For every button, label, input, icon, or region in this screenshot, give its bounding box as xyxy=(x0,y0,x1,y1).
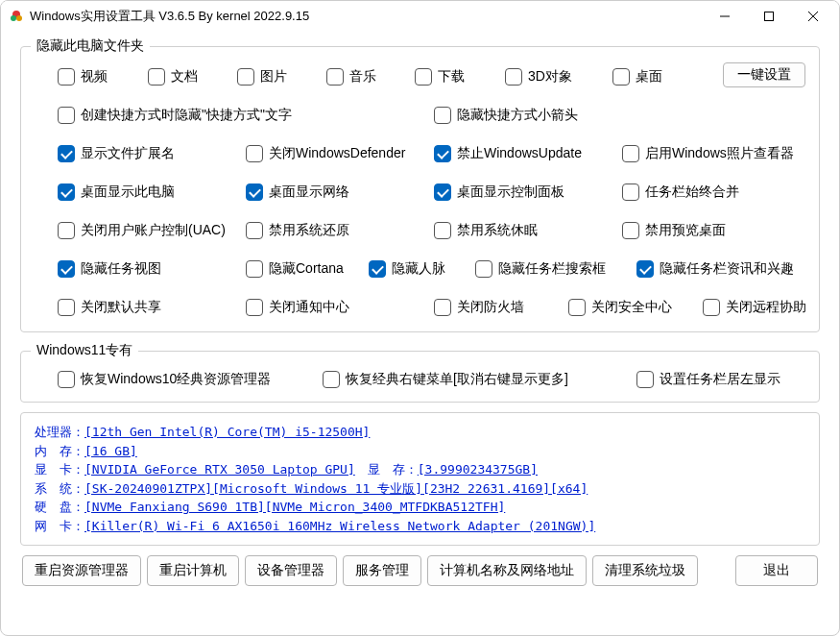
minimize-icon xyxy=(720,12,730,21)
cb-restore-win10-explorer-label: 恢复Windows10经典资源管理器 xyxy=(81,371,271,388)
info-gpu-value: [NVIDIA GeForce RTX 3050 Laptop GPU] xyxy=(84,462,355,477)
cb-taskbar-left-align-label: 设置任务栏居左显示 xyxy=(660,371,780,388)
svg-point-1 xyxy=(11,15,16,21)
info-gpu-label: 显 卡： xyxy=(35,462,84,477)
cb-close-remote-assist-label: 关闭远程协助 xyxy=(726,299,806,316)
cb-hide-shortcut-arrow-label: 隐藏快捷方式小箭头 xyxy=(457,107,578,124)
cb-restore-win10-explorer[interactable]: 恢复Windows10经典资源管理器 xyxy=(58,369,271,390)
cb-hide-shortcut-text-label: 创建快捷方式时隐藏"快捷方式"文字 xyxy=(81,107,292,124)
cb-disable-preview-desktop[interactable]: 禁用预览桌面 xyxy=(622,220,726,241)
bottom-button-bar: 重启资源管理器 重启计算机 设备管理器 服务管理 计算机名称及网络地址 清理系统… xyxy=(20,555,820,586)
group1-legend: 隐藏此电脑文件夹 xyxy=(31,37,150,55)
cb-desktop-thispc[interactable]: 桌面显示此电脑 xyxy=(58,182,175,203)
info-cpu-value: [12th Gen Intel(R) Core(TM) i5-12500H] xyxy=(84,425,370,439)
cb-close-notification-center[interactable]: 关闭通知中心 xyxy=(246,297,349,318)
cb-disable-hibernate[interactable]: 禁用系统休眠 xyxy=(434,220,538,241)
exit-button[interactable]: 退出 xyxy=(735,555,818,586)
cb-show-ext[interactable]: 显示文件扩展名 xyxy=(58,143,175,164)
cb-close-security-center-label: 关闭安全中心 xyxy=(591,299,672,316)
cb-hide-taskbar-search[interactable]: 隐藏任务栏搜索框 xyxy=(475,258,606,280)
app-icon xyxy=(9,9,24,24)
group-hide-thispc-folders: 隐藏此电脑文件夹 视频 文档 图片 音乐 下载 3D对象 桌面 一键设置 创建快… xyxy=(20,37,820,332)
cb-desktop-network-label: 桌面显示网络 xyxy=(269,183,349,201)
group2-legend: Windows11专有 xyxy=(31,342,138,359)
cb-taskbar-always-combine-label: 任务栏始终合并 xyxy=(645,183,739,201)
cb-restore-classic-context-menu-label: 恢复经典右键菜单[取消右键显示更多] xyxy=(346,371,568,388)
computer-name-network-button[interactable]: 计算机名称及网络地址 xyxy=(427,555,587,586)
cb-hide-taskbar-search-label: 隐藏任务栏搜索框 xyxy=(498,260,606,278)
cb-hide-shortcut-text[interactable]: 创建快捷方式时隐藏"快捷方式"文字 xyxy=(58,105,292,126)
cb-disable-preview-desktop-label: 禁用预览桌面 xyxy=(645,222,726,239)
maximize-button[interactable] xyxy=(747,2,791,31)
cb-restore-classic-context-menu[interactable]: 恢复经典右键菜单[取消右键显示更多] xyxy=(323,369,568,390)
maximize-icon xyxy=(764,12,774,21)
info-nic-value: [Killer(R) Wi-Fi 6 AX1650i 160MHz Wirele… xyxy=(84,519,595,533)
minimize-button[interactable] xyxy=(703,2,747,31)
cb-hide-taskbar-news[interactable]: 隐藏任务栏资讯和兴趣 xyxy=(636,258,794,280)
cb-close-firewall-label: 关闭防火墙 xyxy=(457,299,524,316)
restart-computer-button[interactable]: 重启计算机 xyxy=(147,555,239,586)
cb-hide-cortana-label: 隐藏Cortana xyxy=(269,260,344,278)
cb-desktop-controlpanel[interactable]: 桌面显示控制面板 xyxy=(434,182,564,203)
cb-hide-taskbar-news-label: 隐藏任务栏资讯和兴趣 xyxy=(660,260,794,278)
clean-system-junk-button[interactable]: 清理系统垃圾 xyxy=(592,555,698,586)
cb-enable-photo-viewer-label: 启用Windows照片查看器 xyxy=(645,145,794,162)
cb-disable-hibernate-label: 禁用系统休眠 xyxy=(457,222,538,239)
cb-close-defender-label: 关闭WindowsDefender xyxy=(269,145,405,162)
cb-music[interactable]: 音乐 xyxy=(326,66,415,87)
cb-video-label: 视频 xyxy=(81,68,108,86)
close-button[interactable] xyxy=(791,2,835,31)
cb-downloads-label: 下载 xyxy=(438,68,465,86)
info-mem-label: 内 存： xyxy=(35,444,84,458)
svg-rect-4 xyxy=(765,12,774,21)
cb-close-security-center[interactable]: 关闭安全中心 xyxy=(568,297,672,318)
cb-disable-system-restore[interactable]: 禁用系统还原 xyxy=(246,220,349,241)
cb-hide-people-label: 隐藏人脉 xyxy=(392,260,445,278)
cb-hide-shortcut-arrow[interactable]: 隐藏快捷方式小箭头 xyxy=(434,105,578,126)
cb-3dobjects[interactable]: 3D对象 xyxy=(505,66,601,87)
info-os-label: 系 统： xyxy=(35,481,84,496)
cb-hide-task-view-label: 隐藏任务视图 xyxy=(81,260,161,278)
system-info-panel: 处理器：[12th Gen Intel(R) Core(TM) i5-12500… xyxy=(20,412,820,546)
cb-documents-label: 文档 xyxy=(171,68,198,86)
info-vram-label: 显 存： xyxy=(368,462,418,477)
cb-disable-update[interactable]: 禁止WindowsUpdate xyxy=(434,143,582,164)
cb-taskbar-always-combine[interactable]: 任务栏始终合并 xyxy=(622,182,739,203)
cb-taskbar-left-align[interactable]: 设置任务栏居左显示 xyxy=(636,369,780,390)
cb-close-uac-label: 关闭用户账户控制(UAC) xyxy=(81,222,226,239)
cb-enable-photo-viewer[interactable]: 启用Windows照片查看器 xyxy=(622,143,794,164)
cb-desktop-network[interactable]: 桌面显示网络 xyxy=(246,182,349,203)
cb-hide-task-view[interactable]: 隐藏任务视图 xyxy=(58,258,161,280)
info-os-value: [SK-20240901ZTPX][Microsoft Windows 11 专… xyxy=(84,481,588,496)
restart-explorer-button[interactable]: 重启资源管理器 xyxy=(22,555,141,586)
cb-pictures[interactable]: 图片 xyxy=(237,66,325,87)
titlebar: Windows实用设置工具 V3.6.5 By kernel 2022.9.15 xyxy=(1,1,839,32)
close-icon xyxy=(808,12,818,21)
device-manager-button[interactable]: 设备管理器 xyxy=(245,555,337,586)
cb-hide-cortana[interactable]: 隐藏Cortana xyxy=(246,258,344,280)
cb-close-defender[interactable]: 关闭WindowsDefender xyxy=(246,143,405,164)
cb-hide-people[interactable]: 隐藏人脉 xyxy=(369,258,445,280)
info-disk-label: 硬 盘： xyxy=(35,500,84,514)
cb-close-default-share-label: 关闭默认共享 xyxy=(81,299,161,316)
cb-close-firewall[interactable]: 关闭防火墙 xyxy=(434,297,524,318)
cb-close-default-share[interactable]: 关闭默认共享 xyxy=(58,297,161,318)
info-vram-value: [3.9990234375GB] xyxy=(418,462,538,477)
info-mem-value: [16 GB] xyxy=(84,444,137,458)
service-manager-button[interactable]: 服务管理 xyxy=(343,555,421,586)
cb-desktop-controlpanel-label: 桌面显示控制面板 xyxy=(457,183,564,201)
cb-desktop[interactable]: 桌面 xyxy=(612,66,701,87)
svg-point-2 xyxy=(16,15,22,21)
cb-close-remote-assist[interactable]: 关闭远程协助 xyxy=(703,297,806,318)
group-windows11-specific: Windows11专有 恢复Windows10经典资源管理器 恢复经典右键菜单[… xyxy=(20,342,820,403)
info-cpu-label: 处理器： xyxy=(35,425,84,439)
cb-downloads[interactable]: 下载 xyxy=(415,66,503,87)
cb-documents[interactable]: 文档 xyxy=(148,66,236,87)
cb-video[interactable]: 视频 xyxy=(58,66,146,87)
one-key-set-button[interactable]: 一键设置 xyxy=(723,62,805,87)
cb-close-uac[interactable]: 关闭用户账户控制(UAC) xyxy=(58,220,226,241)
cb-disable-system-restore-label: 禁用系统还原 xyxy=(269,222,349,239)
cb-pictures-label: 图片 xyxy=(260,68,287,86)
cb-close-notification-center-label: 关闭通知中心 xyxy=(269,299,349,316)
cb-desktop-label: 桌面 xyxy=(636,68,662,86)
